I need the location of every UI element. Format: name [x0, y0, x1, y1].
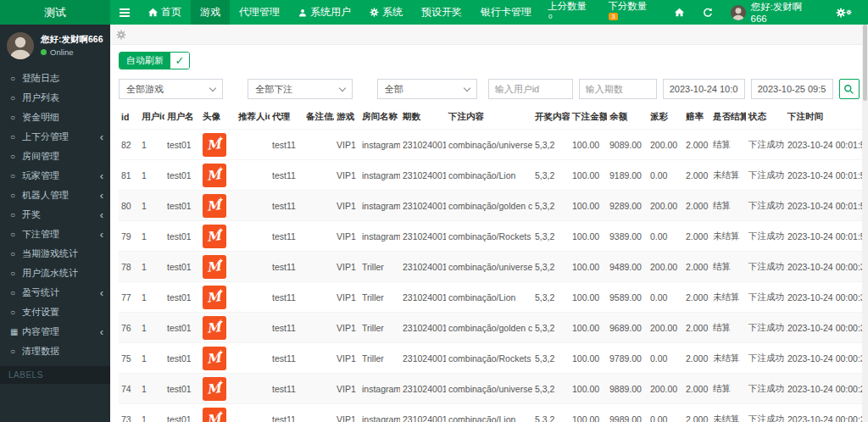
table-header-row: id用户id用户名头像推荐人id代理备注信息游戏房间名称期数下注内容开奖内容下注… — [119, 105, 868, 130]
cell-id: 76 — [119, 313, 139, 343]
cell-payout: 200.00 — [648, 374, 683, 404]
nav-menu: 首页游戏代理管理系统用户系统预设开奖银行卡管理 — [139, 0, 541, 25]
nav-item-首页[interactable]: 首页 — [139, 0, 191, 25]
cell-balance: 9989.00 — [607, 404, 648, 422]
cell-agent: test11 — [270, 221, 303, 252]
bet-type-select[interactable]: 全部下注 — [248, 79, 352, 99]
sidebar-toggle-icon[interactable] — [110, 0, 139, 25]
cell-period: 231024001 — [400, 313, 446, 343]
cell-odds: 2.000 — [683, 252, 710, 282]
cell-game: VIP1 — [334, 252, 359, 282]
user-id-input[interactable] — [488, 79, 573, 99]
refresh-icon[interactable] — [695, 8, 721, 18]
period-input[interactable] — [579, 79, 657, 99]
cell-avatar: M+ — [200, 221, 236, 252]
cell-note — [303, 374, 334, 404]
cell-bet_content: combinação/universe — [446, 252, 532, 282]
cell-bet_content: combinação/Lion — [446, 282, 532, 313]
sidebar-item-清理数据[interactable]: ○清理数据 — [0, 341, 110, 361]
down-score-link[interactable]: 下分数量3 — [601, 0, 663, 25]
sidebar-item-label: 盈亏统计 — [22, 286, 100, 299]
cell-bet_time: 2023-10-24 00:01:54 — [785, 191, 868, 221]
all-select[interactable]: 全部 — [377, 79, 477, 99]
nav-item-系统[interactable]: 系统 — [360, 0, 412, 25]
sidebar-item-开奖[interactable]: ○开奖‹ — [0, 205, 110, 225]
table-row: 821test01M+test11VIP1instagram231024001c… — [119, 130, 868, 160]
brand-logo[interactable]: 测试 — [0, 0, 110, 25]
cogs-icon[interactable] — [828, 8, 860, 18]
cell-status: 下注成功 — [746, 343, 785, 374]
cell-agent: test11 — [270, 313, 303, 343]
chevron-left-icon: ‹ — [100, 230, 103, 239]
sidebar-item-盈亏统计[interactable]: ○盈亏统计‹ — [0, 283, 110, 303]
sidebar-item-当期游戏统计[interactable]: ○当期游戏统计 — [0, 244, 110, 264]
cell-bet_content: combinação/Rockets — [446, 343, 532, 374]
auto-refresh-toggle[interactable]: 自动刷新 ✓ — [119, 52, 190, 69]
circle-o-icon: ○ — [10, 152, 22, 161]
game-select[interactable]: 全部游戏 — [119, 79, 223, 99]
cell-avatar: M+ — [200, 374, 236, 404]
sidebar-item-用户流水统计[interactable]: ○用户流水统计 — [0, 264, 110, 283]
column-header: 头像 — [200, 105, 236, 130]
sidebar-item-上下分管理[interactable]: ○上下分管理‹ — [0, 127, 110, 147]
cell-note — [303, 191, 334, 221]
sidebar-item-资金明细[interactable]: ○资金明细 — [0, 108, 110, 127]
sidebar-item-支付设置[interactable]: ○支付设置 — [0, 303, 110, 322]
column-header: 是否结算 — [710, 105, 746, 130]
date-to-input[interactable] — [751, 79, 833, 99]
nav-item-预设开奖[interactable]: 预设开奖 — [412, 0, 471, 25]
cell-period: 231024001 — [400, 130, 446, 160]
cell-period: 231024001 — [400, 191, 446, 221]
sidebar-item-用户列表[interactable]: ○用户列表 — [0, 88, 110, 108]
cell-room: Triller — [359, 313, 400, 343]
cell-referrer_id — [236, 313, 270, 343]
cell-agent: test11 — [270, 343, 303, 374]
sidebar-item-下注管理[interactable]: ○下注管理‹ — [0, 225, 110, 244]
home-icon — [148, 8, 158, 17]
cell-room: Triller — [359, 282, 400, 313]
sidebar-item-登陆日志[interactable]: ○登陆日志 — [0, 69, 110, 88]
cell-balance: 9689.00 — [607, 313, 648, 343]
sidebar-item-机器人管理[interactable]: ○机器人管理‹ — [0, 186, 110, 205]
date-from-input[interactable] — [663, 79, 745, 99]
column-header: 游戏 — [334, 105, 359, 130]
sidebar-item-玩家管理[interactable]: ○玩家管理‹ — [0, 166, 110, 186]
cell-payout: 0.00 — [648, 343, 683, 374]
nav-item-代理管理[interactable]: 代理管理 — [230, 0, 289, 25]
nav-item-游戏[interactable]: 游戏 — [191, 0, 230, 25]
nav-item-银行卡管理[interactable]: 银行卡管理 — [471, 0, 541, 25]
table-row: 781test01M+test11VIP1Triller231024001com… — [119, 252, 868, 282]
settings-gear-icon[interactable] — [116, 30, 126, 40]
user-icon — [298, 8, 307, 17]
sidebar-item-内容管理[interactable]: ▦内容管理‹ — [0, 322, 110, 341]
cell-payout: 0.00 — [648, 160, 683, 191]
cell-odds: 2.000 — [683, 374, 710, 404]
sidebar-item-label: 用户流水统计 — [22, 267, 103, 280]
up-score-link[interactable]: 上分数量0 — [541, 0, 598, 25]
cell-referrer_id — [236, 374, 270, 404]
cell-status: 下注成功 — [746, 130, 785, 160]
cell-room: Triller — [359, 343, 400, 374]
scrollbar-thumb[interactable] — [863, 25, 867, 101]
top-navbar: 测试 首页游戏代理管理系统用户系统预设开奖银行卡管理 上分数量0 下分数量3 您… — [0, 0, 868, 25]
cell-settle: 未结算 — [710, 404, 746, 422]
circle-o-icon: ○ — [10, 308, 22, 317]
sidebar-item-label: 支付设置 — [22, 306, 103, 319]
column-header: 代理 — [270, 105, 303, 130]
cell-room: instagram — [359, 130, 400, 160]
search-button[interactable] — [839, 79, 860, 99]
cell-id: 81 — [119, 160, 139, 191]
cell-referrer_id — [236, 404, 270, 422]
chevron-left-icon: ‹ — [100, 289, 103, 297]
chevron-down-icon — [338, 84, 345, 91]
cell-username: test01 — [164, 252, 200, 282]
cell-draw_result: 5,3,2 — [532, 374, 570, 404]
cell-referrer_id — [236, 282, 270, 313]
sidebar-item-房间管理[interactable]: ○房间管理 — [0, 147, 110, 166]
user-menu[interactable]: 您好:发财啊666 — [724, 1, 826, 24]
chevron-down-icon — [463, 84, 470, 91]
search-icon — [843, 84, 854, 95]
cell-payout: 200.00 — [648, 191, 683, 221]
home-icon[interactable] — [667, 8, 692, 17]
nav-item-系统用户[interactable]: 系统用户 — [289, 0, 360, 25]
